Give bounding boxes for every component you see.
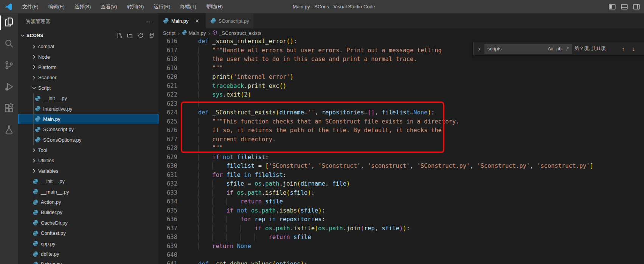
- tree-item-label: compat: [38, 44, 54, 49]
- tree-item-cpp.py[interactable]: cpp.py: [18, 238, 158, 248]
- toggle-sidebar-icon[interactable]: [608, 2, 617, 11]
- indent-guide: [212, 225, 226, 232]
- tree-item-utilities[interactable]: Utilities: [18, 155, 158, 166]
- code-line-620[interactable]: 620 print('internal error'): [158, 73, 644, 82]
- activity-extensions[interactable]: [0, 100, 18, 119]
- menu-5[interactable]: 运行(R): [149, 2, 174, 12]
- tree-item-variables[interactable]: Variables: [18, 166, 158, 176]
- activity-run-debug[interactable]: [0, 78, 18, 97]
- tree-item-debug.py[interactable]: Debug.py: [18, 259, 158, 264]
- code-line-637[interactable]: 637 if os.path.isfile(os.path.join(rep, …: [158, 224, 644, 233]
- activity-explorer[interactable]: [0, 13, 18, 32]
- regex-button[interactable]: .*: [563, 45, 571, 53]
- tab-sconscript.py[interactable]: SConscript.py: [206, 13, 254, 28]
- source-control-icon: [4, 60, 14, 72]
- new-file-icon[interactable]: [116, 32, 123, 39]
- breadcrumb-item-_sconstruct_exists[interactable]: _SConstruct_exists: [212, 30, 261, 36]
- activity-source-control[interactable]: [0, 56, 18, 75]
- line-number: 637: [158, 224, 177, 233]
- toggle-panel-icon[interactable]: [620, 2, 629, 11]
- whole-word-button[interactable]: ab: [555, 45, 563, 53]
- tree-item-sconsoptions.py[interactable]: SConsOptions.py: [18, 135, 158, 145]
- breadcrumb-item-script[interactable]: Script: [163, 30, 175, 36]
- code-line-631[interactable]: 631 for file in filelist:: [158, 171, 644, 180]
- find-input[interactable]: [487, 46, 546, 52]
- code-line-627[interactable]: 627 current directory.: [158, 135, 644, 144]
- tree-item-cachedir.py[interactable]: CacheDir.py: [18, 218, 158, 228]
- code-line-630[interactable]: 630 filelist = ['SConstruct', 'Sconstruc…: [158, 162, 644, 171]
- code-line-621[interactable]: 621 traceback.print_exc(): [158, 82, 644, 91]
- explorer-section-header[interactable]: SCONS: [18, 30, 158, 41]
- code-editor[interactable]: 616def _scons_internal_error():617 """Ha…: [158, 38, 644, 264]
- tree-item-label: Builder.py: [41, 209, 62, 215]
- toggle-secondary-sidebar-icon[interactable]: [632, 2, 641, 11]
- code-line-632[interactable]: 632 sfile = os.path.join(dirname, file): [158, 180, 644, 189]
- tree-item-__init__.py[interactable]: __init__.py: [18, 93, 158, 103]
- line-number: 635: [158, 206, 177, 216]
- tab-bar: Main.py✕SConscript.py: [158, 13, 644, 28]
- code-line-624[interactable]: 624def _SConstruct_exists(dirname='', re…: [158, 108, 644, 117]
- code-line-639[interactable]: 639 return None: [158, 242, 644, 251]
- menu-2[interactable]: 选择(S): [70, 2, 95, 12]
- code-line-636[interactable]: 636 for rep in repositories:: [158, 215, 644, 224]
- code-line-626[interactable]: 626 If so, it returns the path of the fi…: [158, 126, 644, 135]
- code-line-622[interactable]: 622 sys.exit(2): [158, 91, 644, 100]
- refresh-icon[interactable]: [137, 32, 144, 39]
- collapse-all-icon[interactable]: [148, 32, 155, 39]
- python-icon: [33, 230, 39, 236]
- tree-item-action.py[interactable]: Action.py: [18, 197, 158, 207]
- tree-item-platform[interactable]: Platform: [18, 62, 158, 72]
- close-icon[interactable]: ✕: [194, 18, 201, 24]
- menu-3[interactable]: 查看(V): [96, 2, 121, 12]
- code-line-625[interactable]: 625 """This function checks that an SCon…: [158, 117, 644, 127]
- toggle-replace-icon[interactable]: ›: [476, 44, 482, 54]
- code-line-641[interactable]: 641def _set_debug_values(options):: [158, 260, 644, 264]
- tree-item-interactive.py[interactable]: Interactive.py: [18, 103, 158, 114]
- code-line-618[interactable]: 618 the user what to do in this case and…: [158, 55, 644, 64]
- menu-4[interactable]: 转到(G): [123, 2, 148, 12]
- previous-match-icon[interactable]: ↑: [619, 45, 627, 53]
- code-line-628[interactable]: 628 """: [158, 144, 644, 153]
- indent-guide: [198, 73, 212, 80]
- tree-item-label: SConscript.py: [43, 127, 74, 132]
- tree-item-__main__.py[interactable]: __main__.py: [18, 186, 158, 197]
- tree-item-node[interactable]: Node: [18, 52, 158, 62]
- new-folder-icon[interactable]: [127, 32, 133, 39]
- tree-item-compat[interactable]: compat: [18, 41, 158, 52]
- more-actions-icon[interactable]: ⋯: [147, 18, 153, 25]
- tree-item-__init__.py[interactable]: __init__.py: [18, 176, 158, 186]
- code-line-623[interactable]: 623: [158, 100, 644, 109]
- code-line-634[interactable]: 634 return sfile: [158, 197, 644, 206]
- code-line-633[interactable]: 633 if os.path.isfile(sfile):: [158, 189, 644, 198]
- menu-1[interactable]: 编辑(E): [44, 2, 69, 12]
- tree-item-sconscript.py[interactable]: SConscript.py: [18, 124, 158, 134]
- tree-item-dblite.py[interactable]: dblite.py: [18, 249, 158, 259]
- tree-item-tool[interactable]: Tool: [18, 145, 158, 155]
- code-line-619[interactable]: 619 """: [158, 64, 644, 73]
- code-line-640[interactable]: 640: [158, 251, 644, 260]
- breadcrumb-item-main.py[interactable]: Main.py: [182, 30, 206, 36]
- code-line-638[interactable]: 638 return sfile: [158, 233, 644, 242]
- line-content: """: [177, 144, 223, 153]
- activity-search[interactable]: [0, 35, 18, 54]
- tree-item-conftest.py[interactable]: Conftest.py: [18, 228, 158, 238]
- tree-item-scanner[interactable]: Scanner: [18, 72, 158, 83]
- code-line-629[interactable]: 629 if not filelist:: [158, 153, 644, 162]
- tree-item-script[interactable]: Script: [18, 83, 158, 93]
- window-title: Main.py - SCons - Visual Studio Code: [293, 4, 375, 9]
- tree-item-builder.py[interactable]: Builder.py: [18, 207, 158, 217]
- file-tree: compatNodePlatformScannerScript__init__.…: [18, 41, 158, 264]
- match-case-button[interactable]: Aa: [546, 45, 555, 53]
- line-content: print('internal error'): [177, 73, 293, 82]
- tree-item-main.py[interactable]: Main.py: [18, 114, 158, 124]
- menu-6[interactable]: 终端(T): [176, 2, 200, 12]
- activity-testing[interactable]: [0, 121, 18, 140]
- code-line-635[interactable]: 635 if not os.path.isabs(sfile):: [158, 206, 644, 216]
- chevron-right-icon: [31, 147, 37, 153]
- next-match-icon[interactable]: ↓: [630, 45, 638, 53]
- menu-7[interactable]: 帮助(H): [202, 2, 227, 12]
- indent-guide: [212, 189, 226, 196]
- menu-0[interactable]: 文件(F): [18, 2, 43, 12]
- tab-main.py[interactable]: Main.py✕: [158, 13, 206, 28]
- indent-guide: [198, 243, 212, 250]
